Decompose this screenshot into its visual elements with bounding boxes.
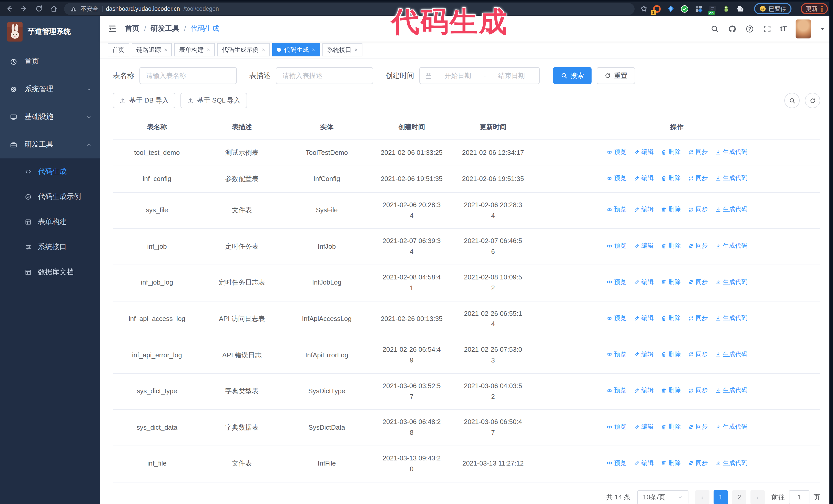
extension-icon-blue-gem[interactable] <box>666 4 675 13</box>
sidebar-subitem-数据库文档[interactable]: 数据库文档 <box>0 259 100 285</box>
action-生成代码[interactable]: 生成代码 <box>715 277 747 287</box>
action-同步[interactable]: 同步 <box>688 313 708 323</box>
github-icon[interactable] <box>728 24 737 33</box>
action-编辑[interactable]: 编辑 <box>634 350 653 359</box>
sidebar-subitem-代码生成示例[interactable]: 代码生成示例 <box>0 184 100 209</box>
reload-icon[interactable] <box>35 5 43 13</box>
bookmark-star-icon[interactable] <box>640 5 648 13</box>
action-编辑[interactable]: 编辑 <box>634 205 653 215</box>
action-删除[interactable]: 删除 <box>661 205 681 215</box>
tag-代码生成示例[interactable]: 代码生成示例× <box>217 43 270 56</box>
extension-icon-dark-on[interactable]: on <box>708 4 717 13</box>
close-icon[interactable]: × <box>262 47 265 53</box>
tag-系统接口[interactable]: 系统接口× <box>323 43 363 56</box>
action-生成代码[interactable]: 生成代码 <box>715 422 747 432</box>
action-生成代码[interactable]: 生成代码 <box>715 205 747 215</box>
goto-page-input[interactable] <box>789 490 809 504</box>
tag-表单构建[interactable]: 表单构建× <box>174 43 215 56</box>
action-编辑[interactable]: 编辑 <box>634 277 653 287</box>
back-icon[interactable] <box>5 5 13 13</box>
extension-icon-green-robot[interactable] <box>721 4 731 13</box>
reset-button[interactable]: 重置 <box>597 67 635 84</box>
action-预览[interactable]: 预览 <box>606 458 626 468</box>
table-desc-input[interactable] <box>276 67 373 84</box>
action-编辑[interactable]: 编辑 <box>634 313 653 323</box>
action-编辑[interactable]: 编辑 <box>634 241 653 251</box>
action-预览[interactable]: 预览 <box>606 313 626 323</box>
action-同步[interactable]: 同步 <box>688 173 708 183</box>
close-icon[interactable]: × <box>355 47 358 53</box>
db-import-button[interactable]: 基于 DB 导入 <box>113 93 175 108</box>
search-button[interactable]: 搜索 <box>553 67 592 84</box>
action-生成代码[interactable]: 生成代码 <box>715 241 747 251</box>
action-生成代码[interactable]: 生成代码 <box>715 147 747 157</box>
date-range-picker[interactable]: 开始日期 - 结束日期 <box>419 67 540 84</box>
sidebar-item-研发工具[interactable]: 研发工具 <box>0 131 100 159</box>
action-编辑[interactable]: 编辑 <box>634 458 653 468</box>
action-生成代码[interactable]: 生成代码 <box>715 173 747 183</box>
breadcrumb-首页[interactable]: 首页 <box>125 24 139 33</box>
action-生成代码[interactable]: 生成代码 <box>715 350 747 359</box>
action-编辑[interactable]: 编辑 <box>634 147 653 157</box>
action-同步[interactable]: 同步 <box>688 422 708 432</box>
action-预览[interactable]: 预览 <box>606 422 626 432</box>
extension-icon-green-check[interactable] <box>680 4 689 13</box>
breadcrumb-研发工具[interactable]: 研发工具 <box>151 24 180 33</box>
page-size-select[interactable]: 10条/页 <box>637 490 688 504</box>
action-预览[interactable]: 预览 <box>606 241 626 251</box>
help-icon[interactable] <box>745 24 754 33</box>
sidebar-logo-row[interactable]: 芋道管理系统 <box>0 16 100 48</box>
user-avatar[interactable] <box>795 19 811 38</box>
forward-icon[interactable] <box>20 5 28 13</box>
close-icon[interactable]: × <box>164 47 167 53</box>
action-同步[interactable]: 同步 <box>688 277 708 287</box>
action-预览[interactable]: 预览 <box>606 205 626 215</box>
action-删除[interactable]: 删除 <box>661 241 681 251</box>
tag-首页[interactable]: 首页 <box>108 43 129 56</box>
action-删除[interactable]: 删除 <box>661 313 681 323</box>
extension-icon-grid[interactable] <box>694 4 703 13</box>
tag-代码生成[interactable]: 代码生成× <box>272 43 320 56</box>
action-删除[interactable]: 删除 <box>661 277 681 287</box>
close-icon[interactable]: × <box>312 47 315 53</box>
sidebar-item-基础设施[interactable]: 基础设施 <box>0 103 100 131</box>
font-size-icon[interactable]: tT <box>780 25 787 33</box>
action-生成代码[interactable]: 生成代码 <box>715 313 747 323</box>
url-bar[interactable]: 不安全 dashboard.yudao.iocoder.cn/tool/code… <box>64 3 634 15</box>
update-pill[interactable]: 更新 <box>801 3 828 14</box>
avatar-caret-down-icon[interactable] <box>820 26 825 31</box>
toggle-search-button[interactable] <box>784 93 800 108</box>
action-删除[interactable]: 删除 <box>661 386 681 395</box>
action-删除[interactable]: 删除 <box>661 422 681 432</box>
fullscreen-icon[interactable] <box>763 24 771 33</box>
sidebar-item-系统管理[interactable]: 系统管理 <box>0 75 100 103</box>
home-icon[interactable] <box>50 5 58 13</box>
sidebar-subitem-表单构建[interactable]: 表单构建 <box>0 209 100 234</box>
action-同步[interactable]: 同步 <box>688 205 708 215</box>
table-name-input[interactable] <box>139 67 237 84</box>
action-同步[interactable]: 同步 <box>688 458 708 468</box>
action-预览[interactable]: 预览 <box>606 277 626 287</box>
extensions-puzzle-icon[interactable] <box>735 4 744 13</box>
search-icon[interactable] <box>711 24 719 33</box>
action-同步[interactable]: 同步 <box>688 350 708 359</box>
action-编辑[interactable]: 编辑 <box>634 422 653 432</box>
action-删除[interactable]: 删除 <box>661 173 681 183</box>
sql-import-button[interactable]: 基于 SQL 导入 <box>181 93 247 108</box>
action-同步[interactable]: 同步 <box>688 386 708 395</box>
sidebar-item-首页[interactable]: 首页 <box>0 48 100 75</box>
refresh-table-button[interactable] <box>805 93 820 108</box>
action-删除[interactable]: 删除 <box>661 350 681 359</box>
action-预览[interactable]: 预览 <box>606 147 626 157</box>
action-预览[interactable]: 预览 <box>606 173 626 183</box>
next-page-button[interactable]: › <box>751 490 765 504</box>
collapse-sidebar-icon[interactable] <box>108 24 117 33</box>
action-生成代码[interactable]: 生成代码 <box>715 458 747 468</box>
sidebar-subitem-系统接口[interactable]: 系统接口 <box>0 234 100 259</box>
action-同步[interactable]: 同步 <box>688 147 708 157</box>
action-预览[interactable]: 预览 <box>606 386 626 395</box>
action-同步[interactable]: 同步 <box>688 241 708 251</box>
action-编辑[interactable]: 编辑 <box>634 386 653 395</box>
sidebar-subitem-代码生成[interactable]: 代码生成 <box>0 159 100 184</box>
page-button-1[interactable]: 1 <box>714 490 728 504</box>
